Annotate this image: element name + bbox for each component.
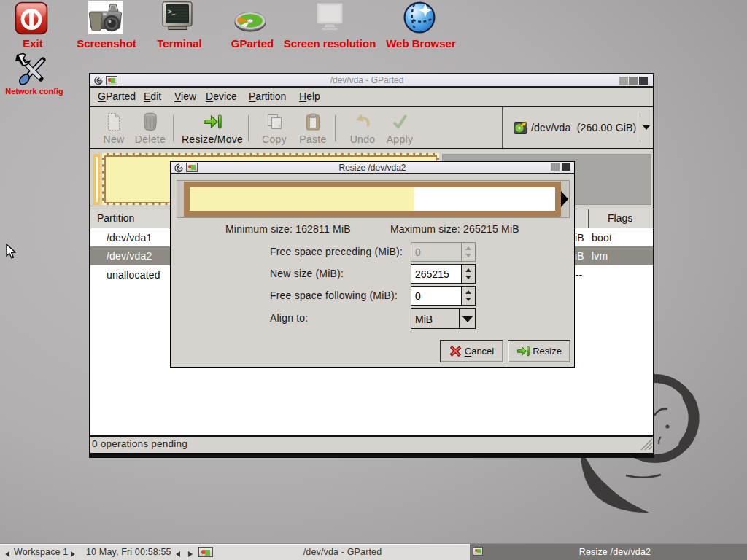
- svg-text:>_: >_: [168, 9, 176, 16]
